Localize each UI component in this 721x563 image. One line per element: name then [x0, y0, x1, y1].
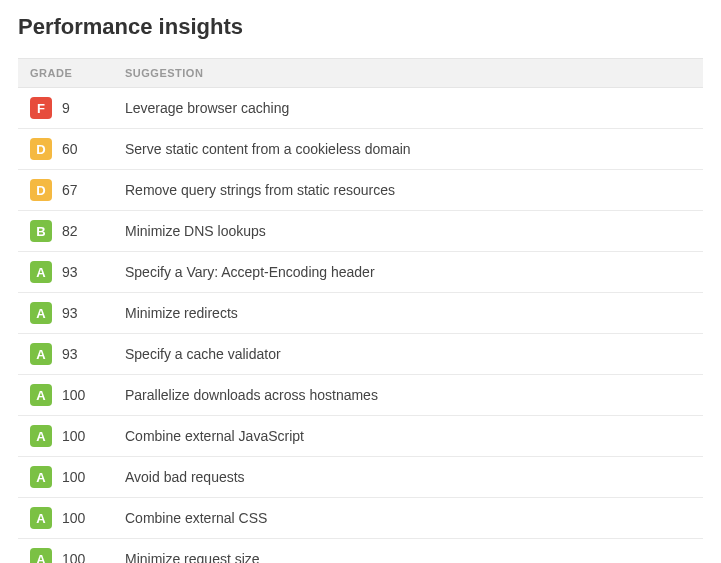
page-title: Performance insights — [18, 14, 703, 40]
table-row[interactable]: A100Combine external CSS — [18, 498, 703, 539]
suggestion-cell: Serve static content from a cookieless d… — [113, 129, 703, 170]
table-row[interactable]: D60Serve static content from a cookieles… — [18, 129, 703, 170]
grade-score: 67 — [62, 182, 78, 198]
suggestion-text: Serve static content from a cookieless d… — [125, 141, 411, 157]
grade-cell: A100 — [18, 375, 113, 416]
grade-cell: A100 — [18, 457, 113, 498]
table-row[interactable]: A93Minimize redirects — [18, 293, 703, 334]
grade-badge: B — [30, 220, 52, 242]
grade-badge: A — [30, 384, 52, 406]
suggestion-cell: Combine external JavaScript — [113, 416, 703, 457]
grade-score: 93 — [62, 305, 78, 321]
grade-cell: B82 — [18, 211, 113, 252]
table-row[interactable]: A93Specify a Vary: Accept-Encoding heade… — [18, 252, 703, 293]
grade-cell: A100 — [18, 498, 113, 539]
grade-cell: A93 — [18, 334, 113, 375]
grade-score: 9 — [62, 100, 70, 116]
suggestion-cell: Parallelize downloads across hostnames — [113, 375, 703, 416]
grade-cell: F9 — [18, 88, 113, 129]
suggestion-cell: Minimize DNS lookups — [113, 211, 703, 252]
table-row[interactable]: D67Remove query strings from static reso… — [18, 170, 703, 211]
suggestion-text: Minimize request size — [125, 551, 260, 563]
grade-score: 60 — [62, 141, 78, 157]
insights-table: GRADE SUGGESTION F9Leverage browser cach… — [18, 58, 703, 563]
suggestion-cell: Combine external CSS — [113, 498, 703, 539]
grade-score: 82 — [62, 223, 78, 239]
grade-badge: D — [30, 138, 52, 160]
grade-score: 93 — [62, 264, 78, 280]
table-row[interactable]: A100Avoid bad requests — [18, 457, 703, 498]
grade-badge: A — [30, 261, 52, 283]
grade-badge: A — [30, 425, 52, 447]
grade-cell: A100 — [18, 539, 113, 564]
suggestion-cell: Specify a Vary: Accept-Encoding header — [113, 252, 703, 293]
suggestion-text: Remove query strings from static resourc… — [125, 182, 395, 198]
suggestion-cell: Specify a cache validator — [113, 334, 703, 375]
grade-badge: D — [30, 179, 52, 201]
table-row[interactable]: A100Combine external JavaScript — [18, 416, 703, 457]
column-header-suggestion[interactable]: SUGGESTION — [113, 59, 703, 88]
grade-score: 100 — [62, 428, 85, 444]
grade-badge: A — [30, 302, 52, 324]
table-row[interactable]: A100Minimize request size — [18, 539, 703, 564]
grade-score: 100 — [62, 551, 85, 563]
grade-score: 100 — [62, 387, 85, 403]
grade-score: 100 — [62, 469, 85, 485]
grade-badge: A — [30, 343, 52, 365]
grade-cell: A100 — [18, 416, 113, 457]
grade-badge: A — [30, 507, 52, 529]
suggestion-text: Parallelize downloads across hostnames — [125, 387, 378, 403]
suggestion-text: Specify a Vary: Accept-Encoding header — [125, 264, 375, 280]
suggestion-cell: Remove query strings from static resourc… — [113, 170, 703, 211]
suggestion-cell: Avoid bad requests — [113, 457, 703, 498]
suggestion-text: Leverage browser caching — [125, 100, 289, 116]
grade-badge: F — [30, 97, 52, 119]
suggestion-cell: Minimize redirects — [113, 293, 703, 334]
grade-cell: A93 — [18, 293, 113, 334]
table-row[interactable]: A93Specify a cache validator — [18, 334, 703, 375]
grade-cell: D67 — [18, 170, 113, 211]
suggestion-text: Minimize redirects — [125, 305, 238, 321]
suggestion-cell: Minimize request size — [113, 539, 703, 564]
grade-badge: A — [30, 548, 52, 563]
table-row[interactable]: F9Leverage browser caching — [18, 88, 703, 129]
table-row[interactable]: B82Minimize DNS lookups — [18, 211, 703, 252]
suggestion-text: Combine external JavaScript — [125, 428, 304, 444]
column-header-grade[interactable]: GRADE — [18, 59, 113, 88]
grade-cell: A93 — [18, 252, 113, 293]
grade-badge: A — [30, 466, 52, 488]
grade-score: 93 — [62, 346, 78, 362]
suggestion-text: Avoid bad requests — [125, 469, 245, 485]
suggestion-text: Minimize DNS lookups — [125, 223, 266, 239]
grade-score: 100 — [62, 510, 85, 526]
grade-cell: D60 — [18, 129, 113, 170]
suggestion-text: Specify a cache validator — [125, 346, 281, 362]
table-row[interactable]: A100Parallelize downloads across hostnam… — [18, 375, 703, 416]
suggestion-text: Combine external CSS — [125, 510, 267, 526]
suggestion-cell: Leverage browser caching — [113, 88, 703, 129]
